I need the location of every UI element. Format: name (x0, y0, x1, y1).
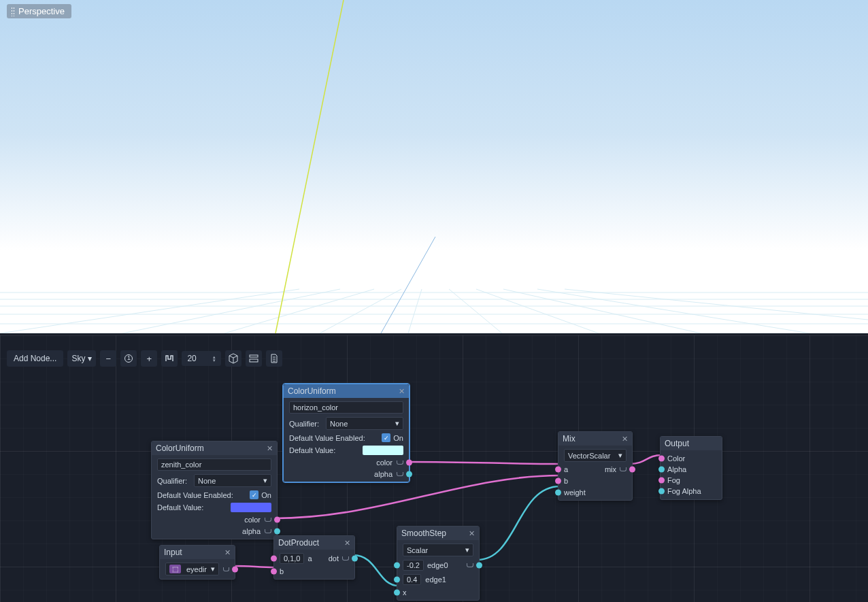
output-port-vector[interactable] (232, 566, 238, 572)
layout-icon (248, 353, 259, 364)
output-port-color[interactable] (406, 460, 412, 466)
node-output[interactable]: Output Color Alpha Fog Fog Alpha (660, 436, 722, 500)
port-expand-icon[interactable] (265, 529, 271, 533)
output-port-dot[interactable] (352, 556, 358, 562)
close-icon[interactable]: ✕ (399, 387, 405, 396)
input-port-alpha[interactable] (658, 467, 665, 473)
qualifier-select[interactable]: None▾ (194, 474, 271, 487)
node-color-uniform-zenith[interactable]: ColorUniform ✕ Qualifier: None▾ Default … (151, 441, 278, 539)
input-port-a[interactable] (271, 556, 277, 562)
chevron-down-icon: ▾ (618, 451, 622, 460)
port-expand-icon[interactable] (223, 567, 229, 571)
viewport-3d[interactable]: Perspective (0, 0, 868, 333)
svg-line-7 (122, 289, 340, 333)
node-header[interactable]: ColorUniform ✕ (152, 441, 277, 455)
port-expand-icon[interactable] (467, 563, 473, 567)
port-label-edge1: edge1 (425, 575, 446, 584)
default-enabled-label: Default Value Enabled: (157, 491, 233, 499)
node-title: ColorUniform (288, 386, 336, 396)
port-expand-icon[interactable] (620, 467, 627, 471)
layout-button[interactable] (246, 350, 262, 367)
uniform-name-input[interactable] (289, 401, 403, 414)
port-label-a: a (564, 465, 568, 473)
default-enabled-checkbox[interactable]: ✓ (382, 433, 390, 442)
input-port-b[interactable] (555, 478, 561, 484)
output-port-color[interactable] (274, 517, 280, 523)
zoom-reset-button[interactable]: 1 (120, 350, 137, 367)
input-port-fog-alpha[interactable] (658, 488, 665, 495)
perspective-mode-button[interactable]: Perspective (7, 4, 71, 18)
input-port-fog[interactable] (658, 478, 665, 484)
zoom-in-button[interactable]: + (141, 350, 157, 367)
close-icon[interactable]: ✕ (267, 444, 273, 453)
port-expand-icon[interactable] (397, 472, 403, 476)
input-port-a[interactable] (555, 467, 561, 473)
close-icon[interactable]: ✕ (224, 548, 231, 557)
mix-type-select[interactable]: VectorScalar▾ (564, 449, 627, 462)
node-mix[interactable]: Mix ✕ VectorScalar▾ a mix b (558, 431, 633, 501)
node-input[interactable]: Input ✕ ⬚ eyedir▾ (159, 545, 235, 580)
chevron-down-icon: ▾ (465, 546, 469, 554)
node-dot-product[interactable]: DotProduct ✕ 0,1,0 a dot b (273, 535, 355, 580)
drag-handle-icon (11, 7, 15, 16)
input-port-edge1[interactable] (394, 577, 400, 583)
port-expand-icon[interactable] (342, 556, 349, 561)
code-view-button[interactable] (266, 350, 282, 367)
default-value-label: Default Value: (289, 446, 335, 454)
const-a-value[interactable]: 0,1,0 (280, 553, 304, 564)
port-label-color: color (244, 516, 261, 524)
edge0-value[interactable]: -0.2 (403, 560, 424, 571)
node-header[interactable]: Mix ✕ (558, 432, 632, 446)
color-swatch[interactable] (231, 503, 271, 512)
output-port-alpha[interactable] (274, 529, 280, 535)
grid-view-button[interactable] (225, 350, 241, 367)
port-expand-icon[interactable] (397, 461, 403, 465)
input-port-color[interactable] (658, 456, 665, 462)
zoom-out-button[interactable]: − (100, 350, 116, 367)
port-expand-icon[interactable] (265, 518, 271, 522)
uniform-name-input[interactable] (157, 458, 271, 471)
chevron-down-icon: ▾ (211, 565, 215, 573)
svg-line-8 (224, 289, 374, 333)
chevron-down-icon: ▾ (88, 354, 92, 363)
svg-line-6 (0, 289, 299, 333)
node-header[interactable]: ColorUniform ✕ (284, 384, 409, 398)
input-port-edge0[interactable] (394, 563, 400, 569)
snap-toggle-button[interactable] (161, 350, 178, 367)
shader-graph-panel: Add Node... Sky ▾ − 1 + 20 ▴▾ (0, 335, 868, 602)
node-header[interactable]: SmoothStep ✕ (397, 526, 479, 540)
node-color-uniform-horizon[interactable]: ColorUniform ✕ Qualifier: None▾ Default … (283, 384, 410, 482)
smoothstep-type-select[interactable]: Scalar▾ (403, 544, 473, 556)
output-port-mix[interactable] (629, 467, 635, 473)
default-enabled-checkbox[interactable]: ✓ (250, 490, 258, 499)
node-header[interactable]: Input ✕ (160, 546, 235, 559)
node-smooth-step[interactable]: SmoothStep ✕ Scalar▾ -0.2 edge0 0.4 edge… (397, 526, 480, 601)
svg-line-11 (449, 289, 502, 333)
add-node-button[interactable]: Add Node... (7, 350, 63, 367)
grid-size-input[interactable]: 20 ▴▾ (182, 351, 220, 366)
close-icon[interactable]: ✕ (344, 539, 350, 548)
svg-line-13 (503, 289, 701, 333)
node-title: DotProduct (278, 538, 319, 548)
qualifier-select[interactable]: None▾ (326, 417, 403, 430)
input-port-b[interactable] (271, 569, 277, 575)
shader-type-select[interactable]: Sky ▾ (67, 350, 96, 367)
input-port-weight[interactable] (555, 490, 561, 496)
port-label-alpha: alpha (374, 470, 393, 478)
port-label-mix: mix (605, 465, 616, 473)
port-label-fog: Fog (667, 476, 680, 484)
output-port-alpha[interactable] (406, 471, 412, 478)
axis-z (381, 237, 435, 333)
node-header[interactable]: DotProduct ✕ (274, 536, 354, 550)
edge1-value[interactable]: 0.4 (403, 574, 421, 585)
svg-line-12 (476, 289, 599, 333)
input-port-x[interactable] (394, 590, 400, 596)
input-type-select[interactable]: ⬚ eyedir▾ (165, 563, 219, 575)
output-port-result[interactable] (476, 563, 482, 569)
svg-line-9 (320, 289, 401, 333)
color-swatch[interactable] (363, 446, 403, 455)
close-icon[interactable]: ✕ (622, 435, 628, 444)
port-label-edge0: edge0 (427, 561, 448, 569)
node-header[interactable]: Output (661, 437, 722, 450)
close-icon[interactable]: ✕ (469, 529, 475, 538)
